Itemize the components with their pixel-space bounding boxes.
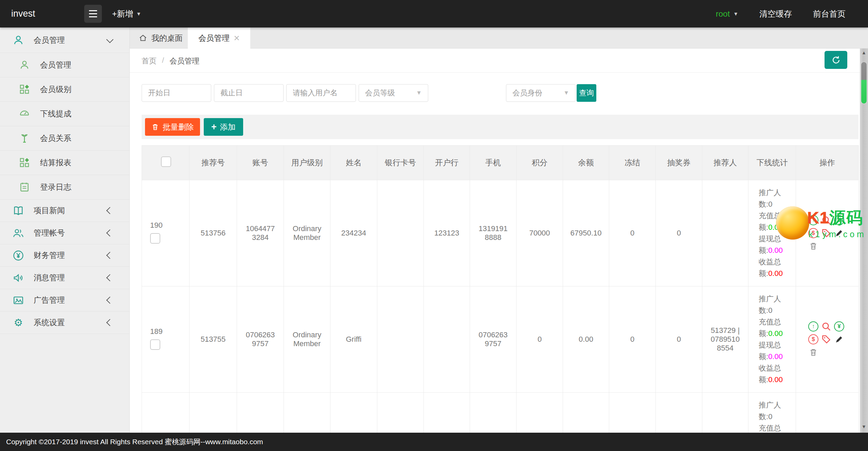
- sidebar-group-project-news[interactable]: 项目新闻: [0, 200, 129, 222]
- sidebar-item-label: 会员关系: [40, 133, 71, 144]
- sidebar-item-downline-commission[interactable]: 下线提成: [0, 102, 129, 126]
- clear-cache-link[interactable]: 清空缓存: [759, 8, 792, 19]
- sidebar-group-label: 广告管理: [34, 295, 65, 305]
- trash-icon: [151, 123, 159, 131]
- tab-bar: 我的桌面 会员管理 ×: [130, 27, 868, 49]
- scroll-up-icon[interactable]: ▲: [860, 50, 868, 55]
- cell-name: [330, 393, 377, 433]
- recharge-icon[interactable]: ¥: [834, 215, 844, 225]
- sidebar-item-login-log[interactable]: 登录日志: [0, 175, 129, 200]
- cell-balance: 67950.10: [563, 180, 609, 286]
- view-icon[interactable]: [821, 215, 831, 225]
- col-header: 冻结: [609, 146, 656, 180]
- edit-icon[interactable]: [834, 334, 844, 344]
- sidebar-item-member-management[interactable]: 会员管理: [0, 53, 129, 77]
- caret-down-icon: ▼: [416, 90, 422, 96]
- tab-label: 会员管理: [198, 33, 230, 43]
- chevron-left-icon: [106, 252, 113, 259]
- col-header: 推荐人: [702, 146, 748, 180]
- col-header: 抽奖券: [656, 146, 702, 180]
- sidebar-item-label: 下线提成: [40, 109, 71, 119]
- cell-frozen: 0: [609, 180, 656, 286]
- sidebar-group-admin-accounts[interactable]: 管理帐号: [0, 222, 129, 244]
- main-content: 首页 / 会员管理 会员等级 ▼ 会员身份 ▼ 查询 批量删除 +: [130, 49, 868, 433]
- scroll-down-icon[interactable]: ▼: [860, 424, 868, 429]
- tab-member-management[interactable]: 会员管理 ×: [188, 27, 250, 49]
- tab-my-desktop[interactable]: 我的桌面: [131, 27, 190, 49]
- username-input[interactable]: [286, 84, 356, 102]
- col-header: 账号: [237, 146, 284, 180]
- end-date-input[interactable]: [214, 84, 284, 102]
- sidebar-group-system-settings[interactable]: ⚙ 系统设置: [0, 312, 129, 334]
- batch-delete-label: 批量删除: [163, 122, 194, 132]
- ad-image-icon: [13, 295, 24, 306]
- cell-level: Ordinary Member: [284, 286, 330, 393]
- start-date-input[interactable]: [142, 84, 211, 102]
- sidebar-group-finance[interactable]: 财务管理: [0, 244, 129, 267]
- book-icon: [13, 205, 24, 217]
- front-home-link[interactable]: 前台首页: [813, 8, 846, 19]
- cell-points: [517, 393, 563, 433]
- refresh-button[interactable]: [825, 51, 847, 69]
- breadcrumb-home-link[interactable]: 首页: [142, 56, 157, 66]
- recharge-icon[interactable]: ¥: [834, 321, 844, 332]
- sidebar-item-label: 会员管理: [40, 60, 71, 70]
- tag-icon[interactable]: [821, 334, 831, 344]
- member-level-select[interactable]: 会员等级 ▼: [359, 84, 428, 102]
- deduct-icon[interactable]: $: [808, 334, 818, 344]
- sidebar-toggle-button[interactable]: [84, 5, 102, 23]
- cell-account: 07062639757: [237, 286, 284, 393]
- row-id: 189: [150, 327, 182, 336]
- member-identity-select[interactable]: 会员身份 ▼: [506, 84, 576, 102]
- chevron-left-icon: [106, 229, 113, 237]
- batch-delete-button[interactable]: 批量删除: [145, 118, 200, 136]
- sidebar-item-member-level[interactable]: 会员级别: [0, 77, 129, 102]
- promote-icon[interactable]: ↑: [808, 215, 818, 225]
- row-id: 190: [150, 221, 182, 230]
- cell-bank: 123123: [424, 180, 470, 286]
- add-button[interactable]: + 添加: [204, 118, 243, 136]
- row-checkbox[interactable]: [150, 233, 160, 244]
- scrollbar-thumb[interactable]: [861, 62, 867, 104]
- home-icon: [139, 34, 147, 42]
- search-button[interactable]: 查询: [577, 84, 596, 102]
- sidebar-item-settlement-report[interactable]: 结算报表: [0, 151, 129, 175]
- tag-icon[interactable]: [821, 228, 831, 238]
- cell-account: [237, 393, 284, 433]
- scrollbar-track[interactable]: ▲ ▼: [860, 49, 868, 433]
- col-header: 银行卡号: [377, 146, 424, 180]
- sidebar-group-label: 消息管理: [34, 273, 65, 283]
- sidebar-group-ads[interactable]: 广告管理: [0, 289, 129, 312]
- new-dropdown-button[interactable]: +新增 ▼: [112, 0, 141, 27]
- members-table: 推荐号账号用户级别姓名银行卡号开户行手机积分余额冻结抽奖券推荐人下线统计操作 1…: [142, 145, 859, 433]
- cell-downline: 推广人数:0充值总额:0.00提现总额:0.00收益总额:0.00: [748, 180, 796, 286]
- cell-downline: 推广人数:0充值总额:0.00提现总额:0.00收益总额:0.00: [748, 393, 796, 433]
- edit-icon[interactable]: [834, 228, 844, 238]
- delete-icon[interactable]: [808, 347, 818, 357]
- cell-phone: 13191918888: [470, 180, 517, 286]
- cell-id: 190: [142, 180, 189, 286]
- plus-icon: +: [211, 122, 217, 132]
- promote-icon[interactable]: ↑: [808, 321, 818, 332]
- delete-icon[interactable]: [808, 241, 818, 251]
- filter-bar: 会员等级 ▼ 会员身份 ▼ 查询: [130, 84, 868, 102]
- yen-circle-icon: [13, 250, 24, 261]
- breadcrumb-current: 会员管理: [169, 56, 199, 66]
- refresh-icon: [831, 55, 841, 65]
- col-header: 下线统计: [748, 146, 796, 180]
- sidebar-item-member-relations[interactable]: 会员关系: [0, 126, 129, 151]
- sidebar-group-member-management[interactable]: 会员管理: [0, 27, 129, 53]
- chevron-left-icon: [106, 319, 113, 326]
- cell-ops: ↑¥$: [796, 180, 859, 286]
- deduct-icon[interactable]: $: [808, 228, 818, 238]
- sidebar-group-messages[interactable]: 消息管理: [0, 267, 129, 289]
- close-icon[interactable]: ×: [234, 33, 240, 43]
- user-menu[interactable]: root ▼: [716, 9, 738, 19]
- caret-down-icon: ▼: [136, 11, 141, 17]
- row-checkbox[interactable]: [150, 339, 160, 350]
- view-icon[interactable]: [821, 321, 831, 332]
- cell-referral: 513755: [189, 286, 237, 393]
- header-checkbox[interactable]: [161, 156, 171, 167]
- cell-ops: ↑¥$: [796, 286, 859, 393]
- select-value: 会员等级: [365, 88, 395, 98]
